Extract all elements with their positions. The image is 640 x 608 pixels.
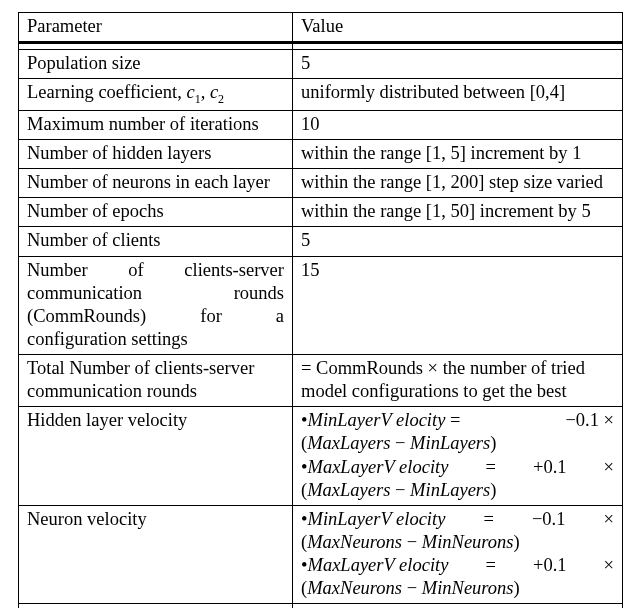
param-hidden-layers: Number of hidden layers xyxy=(19,140,293,169)
param-neurons: Number of neurons in each layer xyxy=(19,169,293,198)
value-learning-coefficient: uniformly distributed between [0,4] xyxy=(293,79,623,111)
param-max-iterations: Maximum number of iterations xyxy=(19,110,293,139)
value-comm-rounds: 15 xyxy=(293,256,623,355)
row-learning-coefficient: Learning coefficient, c1, c2 uniformly d… xyxy=(19,79,623,111)
row-neuron-velocity: Neuron velocity •MinLayerV elocity = −0.… xyxy=(19,505,623,604)
value-neurons: within the range [1, 200] step size vari… xyxy=(293,169,623,198)
value-clients: 5 xyxy=(293,227,623,256)
value-total-comm-rounds: = CommRounds × the number of tried model… xyxy=(293,355,623,407)
header-value: Value xyxy=(293,13,623,43)
row-clients: Number of clients 5 xyxy=(19,227,623,256)
row-max-iterations: Maximum number of iterations 10 xyxy=(19,110,623,139)
param-learning-coefficient: Learning coefficient, c1, c2 xyxy=(19,79,293,111)
param-total-comm-rounds: Total Number of clients-server communica… xyxy=(19,355,293,407)
param-epoch-velocity: Epoch velocity xyxy=(19,604,293,608)
value-hidden-layer-velocity: •MinLayerV elocity = −0.1 × (MaxLayers −… xyxy=(293,407,623,506)
row-population-size: Population size 5 xyxy=(19,50,623,79)
row-neurons: Number of neurons in each layer within t… xyxy=(19,169,623,198)
header-row: Parameter Value xyxy=(19,13,623,43)
param-neuron-velocity: Neuron velocity xyxy=(19,505,293,604)
row-hidden-layers: Number of hidden layers within the range… xyxy=(19,140,623,169)
row-epochs: Number of epochs within the range [1, 50… xyxy=(19,198,623,227)
row-hidden-layer-velocity: Hidden layer velocity •MinLayerV elocity… xyxy=(19,407,623,506)
param-population-size: Population size xyxy=(19,50,293,79)
row-epoch-velocity: Epoch velocity •MinLayerV elocity = −0.1… xyxy=(19,604,623,608)
row-comm-rounds: Numberofclients-server communicationroun… xyxy=(19,256,623,355)
row-total-comm-rounds: Total Number of clients-server communica… xyxy=(19,355,623,407)
value-epochs: within the range [1, 50] increment by 5 xyxy=(293,198,623,227)
spacer-row xyxy=(19,43,623,50)
value-population-size: 5 xyxy=(293,50,623,79)
value-hidden-layers: within the range [1, 5] increment by 1 xyxy=(293,140,623,169)
params-table: Parameter Value Population size 5 Learni… xyxy=(18,12,623,608)
param-hidden-layer-velocity: Hidden layer velocity xyxy=(19,407,293,506)
value-neuron-velocity: •MinLayerV elocity = −0.1 × (MaxNeurons … xyxy=(293,505,623,604)
header-param: Parameter xyxy=(19,13,293,43)
param-epochs: Number of epochs xyxy=(19,198,293,227)
param-comm-rounds: Numberofclients-server communicationroun… xyxy=(19,256,293,355)
value-max-iterations: 10 xyxy=(293,110,623,139)
value-epoch-velocity: •MinLayerV elocity = −0.1 × (MaxEpochs −… xyxy=(293,604,623,608)
param-clients: Number of clients xyxy=(19,227,293,256)
